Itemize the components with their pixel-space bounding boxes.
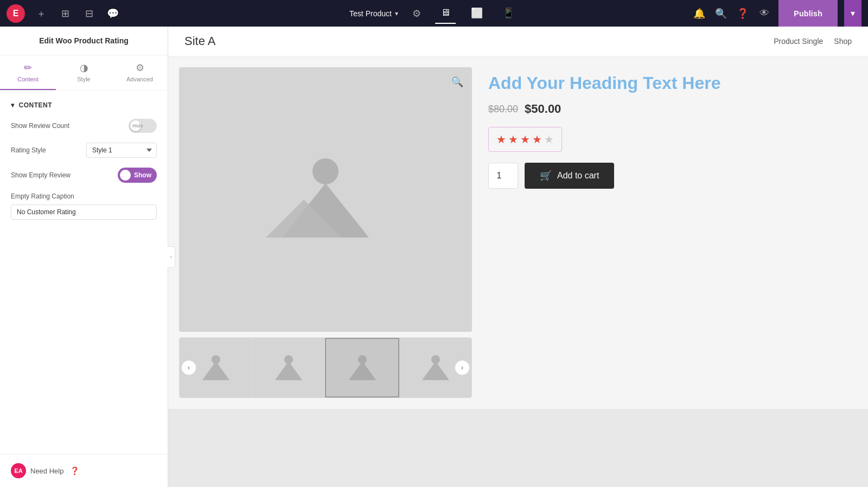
empty-rating-caption-row: Empty Rating Caption (11, 193, 157, 220)
finder-icon[interactable]: ⊞ (58, 6, 73, 21)
quantity-input[interactable] (488, 163, 518, 189)
device-desktop-button[interactable]: 🖥 (435, 3, 456, 24)
tab-advanced[interactable]: ⚙ Advanced (112, 55, 168, 90)
thumb-prev-button[interactable]: ‹ (181, 360, 196, 375)
original-price: $80.00 (488, 104, 518, 115)
thumb-placeholder-4 (419, 353, 452, 383)
thumbnail-3[interactable] (325, 338, 399, 398)
sidebar-tabs: ✏ Content ◑ Style ⚙ Advanced (0, 55, 168, 91)
svg-marker-6 (275, 361, 302, 380)
thumb-placeholder-2 (272, 353, 305, 383)
need-help-avatar: EA (11, 463, 26, 478)
device-mobile-button[interactable]: 📱 (498, 3, 519, 24)
canvas-area: Site A Product Single Shop 🔍 (168, 27, 868, 487)
svg-marker-8 (349, 361, 376, 380)
show-toggle-text: Show (134, 171, 151, 179)
placeholder-image (266, 151, 385, 248)
toggle-off-text: Hide (132, 123, 154, 129)
notifications-icon[interactable]: 🔔 (692, 6, 707, 21)
tab-style[interactable]: ◑ Style (56, 55, 112, 90)
advanced-tab-icon: ⚙ (136, 62, 144, 74)
rating-box: ★ ★ ★ ★ ★ (488, 127, 562, 152)
add-icon[interactable]: ＋ (34, 6, 49, 21)
sidebar-title: Edit Woo Product Rating (11, 36, 157, 45)
star-1: ★ (496, 133, 506, 146)
product-section: 🔍 ‹ (168, 56, 868, 409)
elementor-logo[interactable]: E (7, 4, 25, 23)
show-review-count-toggle[interactable]: Hide (129, 119, 157, 133)
advanced-tab-label: Advanced (126, 76, 153, 82)
thumbnail-strip (179, 337, 472, 398)
site-name-button[interactable]: Test Product ▾ (349, 9, 398, 18)
svg-marker-10 (422, 361, 449, 380)
style-tab-icon: ◑ (80, 62, 88, 74)
rating-style-select[interactable]: Style 1 Style 2 Style 3 (86, 143, 157, 158)
style-tab-label: Style (77, 76, 90, 82)
thumbnail-2[interactable] (252, 338, 325, 398)
publish-button[interactable]: Publish (778, 0, 838, 27)
nav-shop[interactable]: Shop (834, 37, 852, 46)
content-tab-icon: ✏ (24, 62, 32, 74)
nav-product-single[interactable]: Product Single (774, 37, 823, 46)
topbar-right: 🔔 🔍 ❓ 👁 Publish ▾ (692, 0, 861, 27)
page-title: Site A (184, 34, 215, 48)
content-tab-label: Content (17, 76, 39, 82)
show-review-count-row: Show Review Count Hide (11, 119, 157, 133)
sidebar-content: ▾ Content Show Review Count Hide Rating … (0, 91, 168, 454)
content-section-title[interactable]: ▾ Content (11, 101, 157, 109)
thumb-placeholder-1 (200, 353, 232, 383)
show-empty-review-row: Show Empty Review Show (11, 168, 157, 183)
magnifier-icon[interactable]: 🔍 (451, 76, 463, 88)
need-help-label: Need Help (30, 467, 63, 475)
empty-rating-caption-input[interactable] (11, 204, 157, 220)
preview-icon[interactable]: 👁 (757, 6, 772, 21)
show-review-count-label: Show Review Count (11, 122, 69, 130)
cart-icon: 🛒 (540, 170, 552, 182)
main-layout: Edit Woo Product Rating ✏ Content ◑ Styl… (0, 27, 868, 487)
settings-icon[interactable]: ⚙ (409, 6, 424, 21)
help-icon[interactable]: ❓ (735, 6, 750, 21)
topbar-left: E ＋ ⊞ ⊟ 💬 (7, 4, 120, 23)
thumb-placeholder-3 (346, 353, 379, 383)
thumb-next-button[interactable]: › (455, 360, 470, 375)
product-gallery: 🔍 ‹ (179, 67, 472, 398)
product-heading: Add Your Heading Text Here (488, 73, 857, 93)
publish-arrow-button[interactable]: ▾ (844, 0, 861, 27)
need-help-question-icon: ❓ (70, 466, 79, 475)
toggle-circle (120, 170, 131, 181)
main-product-image: 🔍 (179, 67, 472, 332)
comments-icon[interactable]: 💬 (105, 6, 120, 21)
add-to-cart-label: Add to cart (557, 171, 599, 181)
layers-icon[interactable]: ⊟ (81, 6, 97, 21)
page-nav: Product Single Shop (774, 37, 852, 46)
sidebar: Edit Woo Product Rating ✏ Content ◑ Styl… (0, 27, 168, 487)
rating-style-label: Rating Style (11, 146, 46, 154)
need-help-section[interactable]: EA Need Help ❓ (0, 454, 168, 487)
search-icon[interactable]: 🔍 (713, 6, 729, 21)
topbar-center: Test Product ▾ ⚙ 🖥 ⬜ 📱 (349, 3, 519, 24)
empty-rating-caption-label: Empty Rating Caption (11, 193, 74, 200)
device-tablet-button[interactable]: ⬜ (467, 3, 487, 24)
star-3: ★ (520, 133, 530, 146)
rating-style-row: Rating Style Style 1 Style 2 Style 3 (11, 143, 157, 158)
toggle-track: Hide (129, 119, 157, 133)
page-header: Site A Product Single Shop (168, 27, 868, 56)
cart-row: 🛒 Add to cart (488, 163, 857, 189)
thumbnail-strip-wrap: ‹ (179, 337, 472, 398)
sidebar-header: Edit Woo Product Rating (0, 27, 168, 55)
product-info: Add Your Heading Text Here $80.00 $50.00… (488, 67, 857, 398)
topbar: E ＋ ⊞ ⊟ 💬 Test Product ▾ ⚙ 🖥 ⬜ 📱 🔔 🔍 ❓ 👁… (0, 0, 868, 27)
svg-point-0 (312, 158, 339, 184)
svg-marker-4 (202, 361, 229, 380)
tab-content[interactable]: ✏ Content (0, 55, 56, 90)
section-chevron: ▾ (11, 101, 15, 109)
product-prices: $80.00 $50.00 (488, 102, 857, 116)
collapse-handle[interactable]: ‹ (168, 246, 175, 268)
show-empty-review-toggle[interactable]: Show (118, 168, 157, 183)
show-empty-review-label: Show Empty Review (11, 171, 71, 179)
add-to-cart-button[interactable]: 🛒 Add to cart (525, 163, 614, 189)
star-5: ★ (544, 133, 554, 146)
star-2: ★ (508, 133, 518, 146)
sale-price: $50.00 (525, 102, 561, 116)
star-4: ★ (532, 133, 542, 146)
